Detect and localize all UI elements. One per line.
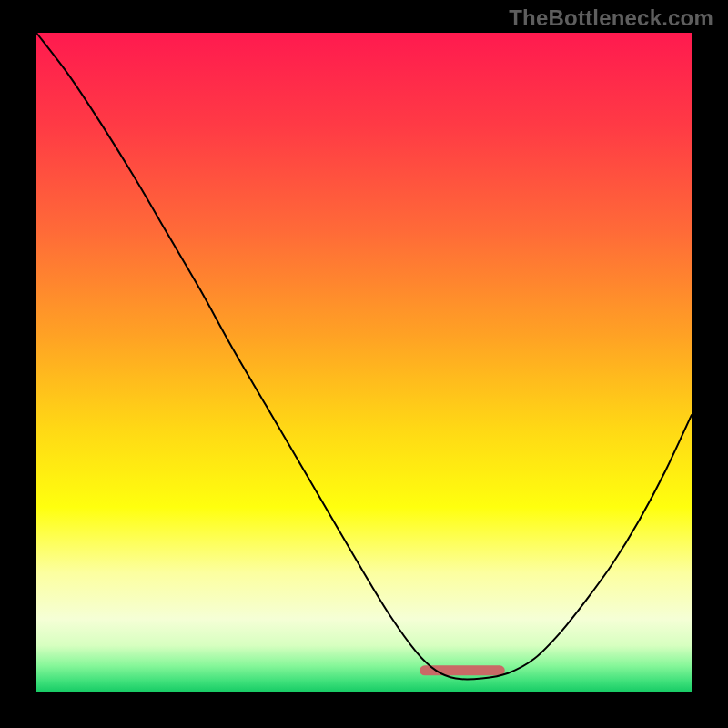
watermark-text: TheBottleneck.com [509,5,713,31]
bottleneck-chart [0,0,728,728]
gradient-background [36,33,692,692]
chart-stage: { "watermark": "TheBottleneck.com", "plo… [0,0,728,728]
